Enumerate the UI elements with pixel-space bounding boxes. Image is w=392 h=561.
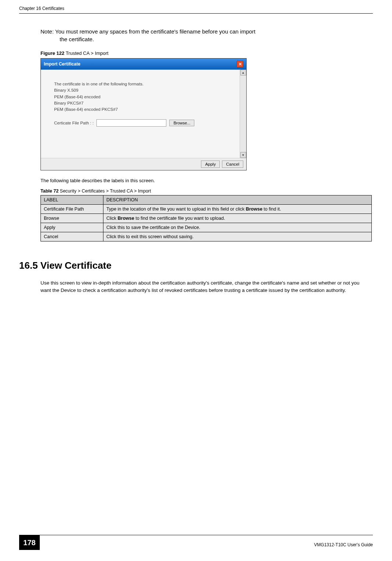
note-line1: You must remove any spaces from the cert… <box>55 28 255 35</box>
dialog-title: Import Certificate <box>44 61 80 67</box>
cancel-button[interactable]: Cancel <box>222 160 243 168</box>
scroll-up-icon[interactable]: ▲ <box>240 70 246 75</box>
table-cell-desc: Click this to exit this screen without s… <box>103 232 372 241</box>
dialog-titlebar: Import Certificate ✕ <box>41 59 246 70</box>
table-caption: Table 72 Security > Certificates > Trust… <box>40 188 373 194</box>
dialog-footer: Apply Cancel <box>41 158 246 170</box>
figure-label: Figure 122 <box>40 50 64 56</box>
format-item: PEM (Base-64) encoded <box>54 94 231 100</box>
table-cell-label: Apply <box>41 223 103 232</box>
table-row: Certificate File Path Type in the locati… <box>41 205 372 214</box>
page-number: 178 <box>19 535 40 550</box>
certificate-formats-list: The certificate is in one of the followi… <box>54 81 231 113</box>
format-item: Binary X.509 <box>54 87 231 94</box>
close-icon[interactable]: ✕ <box>237 61 243 67</box>
table-row: Apply Click this to save the certificate… <box>41 223 372 232</box>
table-cell-label: Cancel <box>41 232 103 241</box>
table-cell-desc: Click this to save the certificate on th… <box>103 223 372 232</box>
table-cell-label: Certificate File Path <box>41 205 103 214</box>
table-row: Browse Click Browse to find the certific… <box>41 214 372 223</box>
section-body: Use this screen to view in-depth informa… <box>40 279 370 294</box>
scrollbar[interactable]: ▲ ▼ <box>240 70 246 158</box>
table-cell-desc: Click Browse to find the certificate fil… <box>103 214 372 223</box>
apply-button[interactable]: Apply <box>201 160 220 168</box>
browse-button[interactable]: Browse... <box>169 120 194 126</box>
table-label: Table 72 <box>40 188 59 194</box>
table-intro-text: The following table describes the labels… <box>40 178 373 183</box>
figure-caption: Figure 122 Trusted CA > Import <box>40 50 373 56</box>
guide-name: VMG1312-T10C User's Guide <box>314 538 373 547</box>
table-cell-label: Browse <box>41 214 103 223</box>
table-header-desc: DESCRIPTION <box>103 195 372 205</box>
import-certificate-dialog: Import Certificate ✕ The certificate is … <box>40 58 247 170</box>
section-heading: 16.5 View Certificate <box>19 260 373 271</box>
figure-caption-text: Trusted CA > Import <box>64 50 109 56</box>
description-table: LABEL DESCRIPTION Certificate File Path … <box>40 195 372 241</box>
filepath-input[interactable] <box>96 119 166 127</box>
note-line2: the certificate. <box>40 35 373 43</box>
scroll-down-icon[interactable]: ▼ <box>240 152 246 158</box>
format-item: Binary PKCS#7 <box>54 100 231 106</box>
table-caption-text: Security > Certificates > Trusted CA > I… <box>59 188 151 194</box>
filepath-label: Certicate File Path : : <box>54 121 93 125</box>
chapter-header: Chapter 16 Certificates <box>19 6 64 11</box>
table-header-label: LABEL <box>41 195 103 205</box>
table-cell-desc: Type in the location of the file you wan… <box>103 205 372 214</box>
dialog-body: The certificate is in one of the followi… <box>41 70 240 158</box>
note-prefix: Note: <box>40 28 55 35</box>
formats-intro: The certificate is in one of the followi… <box>54 81 231 87</box>
note-text: Note: You must remove any spaces from th… <box>40 28 373 43</box>
format-item: PEM (Base-64) encoded PKCS#7 <box>54 106 231 113</box>
table-row: Cancel Click this to exit this screen wi… <box>41 232 372 241</box>
